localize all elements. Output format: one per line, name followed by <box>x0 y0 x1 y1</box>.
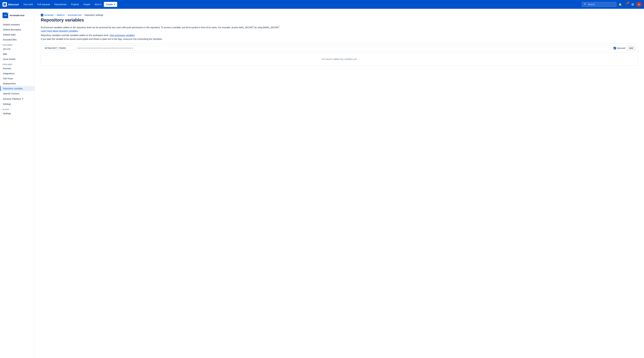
description-2: Repository variables override variables … <box>41 34 638 36</box>
chevron-down-icon: ▾ <box>114 3 115 6</box>
sidebar-item-issue-tracker[interactable]: Issue tracker <box>0 56 34 62</box>
nav-people[interactable]: People <box>82 2 92 7</box>
bitbucket-logo-icon <box>2 2 7 6</box>
workspace-icon: </> <box>41 14 43 16</box>
sidebar-item-ssh-keys[interactable]: SSH Keys <box>0 76 34 81</box>
sidebar-item-repository-variables[interactable]: Repository variables <box>0 86 34 91</box>
sidebar-item-git-lfs[interactable]: Git LFS <box>0 46 34 51</box>
nav-projects[interactable]: Projects <box>69 2 81 7</box>
create-button[interactable]: Create ▾ <box>104 2 117 7</box>
features-section-label: Features <box>0 42 34 46</box>
sidebar-item-default-description[interactable]: Default description <box>0 27 34 32</box>
sidebar-item-default-reviewers[interactable]: Default reviewers <box>0 22 34 27</box>
variable-value-input[interactable] <box>76 45 611 51</box>
sidebar-item-wiki[interactable]: Wiki <box>0 51 34 56</box>
pipelines-section-label: Pipelines <box>0 62 34 66</box>
search-box[interactable]: 🔍 Search <box>582 2 616 7</box>
main-content: </> terramate / platform / terramate-tes… <box>34 9 644 358</box>
sidebar-item-slack-settings[interactable]: Settings <box>0 111 34 116</box>
bell-icon: 🔔 <box>618 3 622 6</box>
sidebar: </> terramate-test Default reviewers Def… <box>0 9 34 358</box>
variable-name-input[interactable] <box>43 45 74 51</box>
variable-form: Secured Add <box>41 43 638 53</box>
secured-group: Secured <box>614 47 625 49</box>
breadcrumb-sep-2: / <box>66 14 66 16</box>
sidebar-item-default-tasks[interactable]: Default tasks <box>0 32 34 37</box>
breadcrumb-workspace[interactable]: </> terramate <box>41 14 54 16</box>
sparkle-icon: ✦ <box>22 97 24 100</box>
breadcrumb: </> terramate / platform / terramate-tes… <box>41 14 638 16</box>
sidebar-item-settings[interactable]: Settings <box>0 102 34 107</box>
gear-icon: ⚙️ <box>631 3 634 6</box>
help-badge: 4 <box>627 1 629 4</box>
top-navigation: Bitbucket Your work Pull requests Reposi… <box>0 0 644 9</box>
sidebar-item-excluded-files[interactable]: Excluded files <box>0 37 34 42</box>
nav-pull-requests[interactable]: Pull requests <box>36 2 52 7</box>
breadcrumb-repo[interactable]: terramate-test <box>68 14 82 16</box>
description-3: If you want the variable to be stored un… <box>41 38 638 40</box>
sidebar-item-integrations[interactable]: Integrations <box>0 71 34 76</box>
repo-icon: </> <box>2 12 8 18</box>
empty-state: You haven't added any variables yet. <box>41 53 638 65</box>
help-button[interactable]: ❓ 4 <box>624 2 629 7</box>
search-icon: 🔍 <box>584 3 586 6</box>
nav-your-work[interactable]: Your work <box>21 2 35 7</box>
avatar[interactable]: A <box>636 2 642 7</box>
repo-header: </> terramate-test <box>0 11 34 21</box>
add-button[interactable]: Add <box>626 45 636 51</box>
logo[interactable]: Bitbucket <box>2 2 19 6</box>
breadcrumb-project[interactable]: platform <box>57 14 65 16</box>
breadcrumb-sep-3: / <box>83 14 83 16</box>
sidebar-item-deployments[interactable]: Deployments <box>0 81 34 86</box>
secured-checkbox[interactable] <box>614 47 616 49</box>
chevron-down-icon: ▾ <box>100 3 101 6</box>
breadcrumb-sep-1: / <box>55 14 56 16</box>
top-nav-links: Your work Pull requests Repositories Pro… <box>21 2 581 7</box>
nav-more[interactable]: More ▾ <box>93 2 103 7</box>
page-title: Repository variables <box>41 17 638 22</box>
top-nav-right: 🔍 Search 🔔 ❓ 4 ⚙️ A <box>582 2 642 7</box>
secured-label[interactable]: Secured <box>617 47 625 49</box>
settings-button[interactable]: ⚙️ <box>630 2 635 7</box>
nav-repositories[interactable]: Repositories <box>52 2 68 7</box>
breadcrumb-current: Repository settings <box>84 14 103 16</box>
sidebar-item-openid-connect[interactable]: OpenID Connect <box>0 91 34 96</box>
notifications-button[interactable]: 🔔 <box>618 2 623 7</box>
learn-more-link[interactable]: Learn more about repository variables <box>41 30 78 32</box>
view-workspace-link[interactable]: View workspace variables <box>110 34 135 36</box>
sidebar-item-dynamic-pipelines[interactable]: Dynamic Pipelines ✦ <box>0 96 34 102</box>
slack-section-label: Slack <box>0 107 34 111</box>
repo-name: terramate-test <box>10 14 24 17</box>
sidebar-item-runners[interactable]: Runners <box>0 66 34 71</box>
logo-text: Bitbucket <box>8 3 19 6</box>
description-1: Environment variables added on the repos… <box>41 26 638 33</box>
layout: </> terramate-test Default reviewers Def… <box>0 9 644 358</box>
repo-status-dot <box>7 12 9 14</box>
